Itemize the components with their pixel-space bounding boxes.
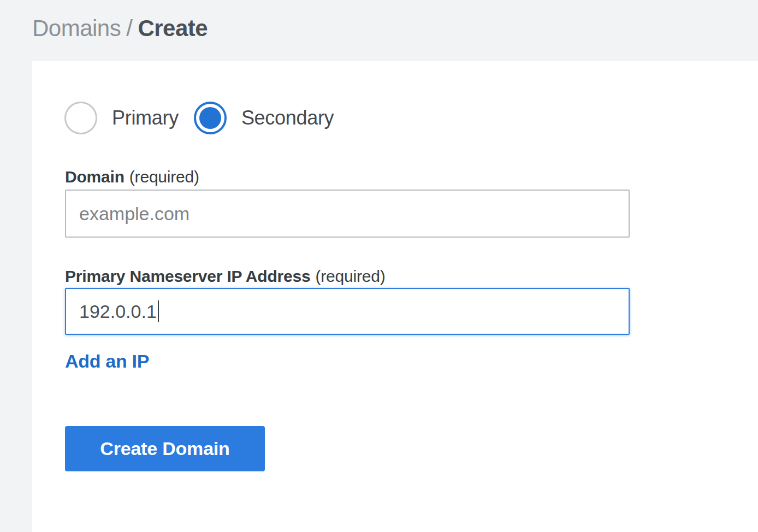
domain-field-label: Domain(required) xyxy=(65,168,199,186)
radio-option-primary[interactable]: Primary xyxy=(64,102,179,134)
radio-option-secondary[interactable]: Secondary xyxy=(194,102,334,134)
domain-input[interactable] xyxy=(65,190,630,238)
ip-required-suffix: (required) xyxy=(315,267,385,285)
radio-label-primary[interactable]: Primary xyxy=(112,107,179,129)
ip-field-label: Primary Nameserver IP Address(required) xyxy=(65,267,386,286)
radio-selected-icon[interactable] xyxy=(194,102,227,134)
create-domain-button[interactable]: Create Domain xyxy=(65,426,265,471)
domain-required-suffix: (required) xyxy=(129,168,199,186)
add-ip-link[interactable]: Add an IP xyxy=(65,351,149,372)
breadcrumb-domains-link[interactable]: Domains xyxy=(32,15,121,41)
breadcrumb: Domains/Create xyxy=(32,15,208,42)
ip-input-value: 192.0.0.1 xyxy=(79,301,157,322)
domain-label-text: Domain xyxy=(65,168,125,186)
ip-input[interactable]: 192.0.0.1 xyxy=(65,288,630,335)
create-domain-card: Primary Secondary Domain(required) Prima… xyxy=(32,61,758,532)
radio-label-secondary[interactable]: Secondary xyxy=(241,107,334,129)
breadcrumb-current-page: Create xyxy=(138,15,208,41)
text-caret xyxy=(158,300,159,322)
ip-label-text: Primary Nameserver IP Address xyxy=(65,267,310,285)
domain-type-radio-group: Primary Secondary xyxy=(64,102,334,134)
radio-unselected-icon[interactable] xyxy=(64,102,97,134)
breadcrumb-separator: / xyxy=(126,15,132,41)
